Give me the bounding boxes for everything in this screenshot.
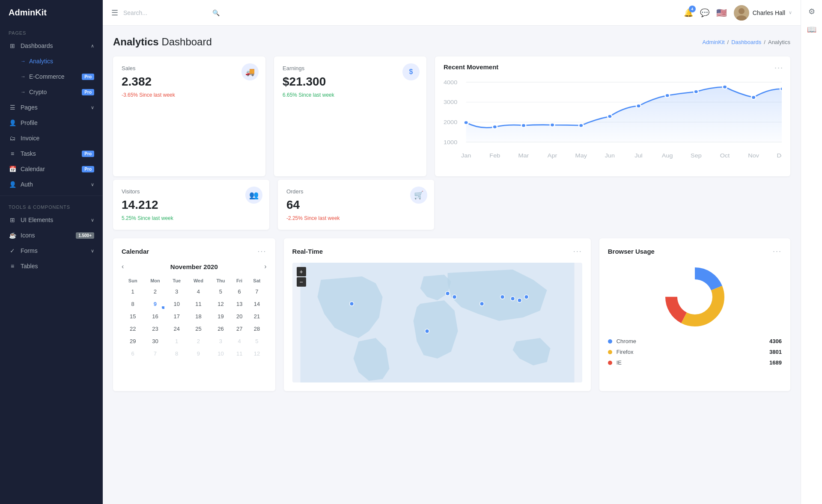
calendar-day[interactable]: 2 (144, 286, 166, 297)
sidebar-item-forms[interactable]: ✓ Forms ∨ (0, 243, 103, 258)
browser-menu-button[interactable]: ··· (773, 247, 782, 256)
pro-badge: Pro (82, 151, 94, 157)
svg-point-12 (493, 125, 497, 129)
calendar-day[interactable]: 13 (232, 298, 247, 310)
orders-value: 64 (286, 198, 426, 212)
calendar-day[interactable]: 24 (167, 323, 186, 335)
settings-icon[interactable]: ⚙ (808, 7, 815, 16)
day-header-sun: Sun (122, 276, 143, 285)
world-map: + − (292, 263, 582, 382)
notifications-button[interactable]: 🔔 4 (684, 8, 693, 18)
sidebar-item-invoice[interactable]: 🗂 Invoice (0, 130, 103, 146)
calendar-day[interactable]: 17 (167, 311, 186, 322)
search-input[interactable] (123, 9, 209, 16)
calendar-day[interactable]: 27 (232, 323, 247, 335)
notification-count: 4 (689, 6, 696, 12)
sidebar-item-pages[interactable]: ☰ Pages ∨ (0, 100, 103, 115)
calendar-header: Calendar ··· (122, 247, 267, 256)
calendar-day[interactable]: 6 (122, 348, 143, 359)
sidebar-item-label: Profile (21, 119, 38, 126)
pro-badge: Pro (82, 166, 94, 172)
breadcrumb-adminkit[interactable]: AdminKit (703, 39, 725, 45)
day-header-fri: Fri (232, 276, 247, 285)
calendar-day[interactable]: 11 (232, 348, 247, 359)
svg-point-11 (464, 121, 468, 125)
calendar-day[interactable]: 5 (211, 286, 231, 297)
calendar-day[interactable]: 29 (122, 335, 143, 347)
sidebar-item-icons[interactable]: ☕ Icons 1.500+ (0, 228, 103, 243)
calendar-day[interactable]: 28 (248, 323, 265, 335)
calendar-day[interactable]: 15 (122, 311, 143, 322)
calendar-day[interactable]: 26 (211, 323, 231, 335)
calendar-day[interactable]: 4 (187, 286, 210, 297)
calendar-day[interactable]: 3 (211, 335, 231, 347)
calendar-day[interactable]: 6 (232, 286, 247, 297)
calendar-prev-button[interactable]: ‹ (122, 263, 124, 270)
chart-menu-button[interactable]: ··· (774, 63, 783, 72)
arrow-icon: → (21, 74, 26, 80)
map-dot (480, 302, 484, 306)
user-menu[interactable]: Charles Hall ∨ (734, 5, 792, 21)
calendar-day[interactable]: 23 (144, 323, 166, 335)
realtime-menu-button[interactable]: ··· (573, 247, 582, 256)
map-zoom-out-button[interactable]: − (297, 277, 306, 287)
calendar-day[interactable]: 22 (122, 323, 143, 335)
search-icon: 🔍 (212, 9, 220, 16)
menu-toggle-button[interactable]: ☰ (111, 8, 118, 18)
sidebar-item-ui-elements[interactable]: ⊞ UI Elements ∨ (0, 212, 103, 228)
messages-button[interactable]: 💬 (700, 8, 709, 18)
sidebar-item-ecommerce[interactable]: → E-Commerce Pro (0, 69, 103, 84)
calendar-next-button[interactable]: › (264, 263, 266, 270)
visitors-value: 14.212 (122, 198, 261, 212)
map-zoom-in-button[interactable]: + (297, 267, 306, 276)
calendar-day[interactable]: 8 (167, 348, 186, 359)
calendar-day[interactable]: 20 (232, 311, 247, 322)
language-flag[interactable]: 🇺🇸 (716, 8, 727, 18)
calendar-day[interactable]: 16 (144, 311, 166, 322)
calendar-day[interactable]: 1 (122, 286, 143, 297)
calendar-day[interactable]: 12 (248, 348, 265, 359)
calendar-day[interactable]: 18 (187, 311, 210, 322)
calendar-day[interactable]: 25 (187, 323, 210, 335)
icons-icon: ☕ (9, 232, 16, 239)
calendar-day[interactable]: 7 (144, 348, 166, 359)
breadcrumb-dashboards[interactable]: Dashboards (731, 39, 761, 45)
app-logo[interactable]: AdminKit (0, 0, 103, 25)
sidebar-item-calendar[interactable]: 📅 Calendar Pro (0, 161, 103, 177)
pro-badge: Pro (82, 74, 94, 80)
calendar-day[interactable]: 2 (187, 335, 210, 347)
sidebar-item-analytics[interactable]: → Analytics (0, 53, 103, 69)
sidebar-item-tables[interactable]: ≡ Tables (0, 258, 103, 274)
sidebar-item-dashboards[interactable]: ⊞ Dashboards ∧ (0, 38, 103, 53)
calendar-day[interactable]: 14 (248, 298, 265, 310)
calendar-day[interactable]: 12 (211, 298, 231, 310)
calendar-day[interactable]: 5 (248, 335, 265, 347)
calendar-day[interactable]: 3 (167, 286, 186, 297)
sidebar-item-profile[interactable]: 👤 Profile (0, 115, 103, 130)
sidebar-item-crypto[interactable]: → Crypto Pro (0, 84, 103, 100)
calendar-day[interactable]: 1 (167, 335, 186, 347)
calendar-day[interactable]: 30 (144, 335, 166, 347)
calendar-day[interactable]: 8 (122, 298, 143, 310)
calendar-day[interactable]: 11 (187, 298, 210, 310)
page-header: Analytics Dashboard AdminKit / Dashboard… (113, 36, 790, 48)
stats-row-2: Visitors 👥 14.212 5.25% Since last week … (113, 180, 790, 230)
calendar-day[interactable]: 9 (187, 348, 210, 359)
svg-text:2000: 2000 (444, 119, 457, 125)
calendar-day[interactable]: 7 (248, 286, 265, 297)
book-icon[interactable]: 📖 (807, 25, 816, 34)
calendar-day[interactable]: 10 (167, 298, 186, 310)
calendar-day[interactable]: 9 (144, 298, 166, 310)
calendar-grid: Sun Mon Tue Wed Thu Fri Sat 123456789101… (122, 276, 267, 360)
sidebar-item-auth[interactable]: 👤 Auth ∨ (0, 177, 103, 192)
orders-icon: 🛒 (410, 187, 427, 204)
calendar-day[interactable]: 19 (211, 311, 231, 322)
calendar-day[interactable]: 10 (211, 348, 231, 359)
svg-text:Jun: Jun (605, 153, 615, 159)
svg-text:Feb: Feb (489, 153, 500, 159)
avatar (734, 5, 749, 21)
sidebar-item-tasks[interactable]: ≡ Tasks Pro (0, 146, 103, 161)
calendar-day[interactable]: 4 (232, 335, 247, 347)
calendar-menu-button[interactable]: ··· (258, 247, 267, 256)
calendar-day[interactable]: 21 (248, 311, 265, 322)
